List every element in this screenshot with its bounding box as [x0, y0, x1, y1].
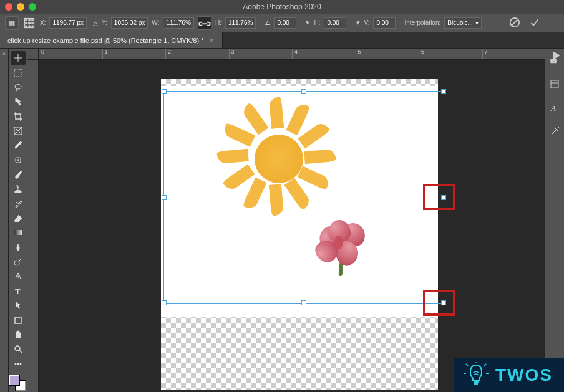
move-tool[interactable] [11, 51, 26, 65]
document-tab[interactable]: click up resize example file.psd @ 50% (… [0, 32, 223, 48]
close-window-button[interactable] [5, 3, 12, 11]
edit-toolbar-button[interactable] [11, 357, 26, 371]
panel-icon-swatches[interactable] [549, 126, 560, 138]
collapse-x-icon: « [0, 49, 8, 59]
dodge-tool[interactable] [11, 255, 26, 269]
brush-tool[interactable] [11, 168, 26, 181]
blur-tool[interactable] [11, 241, 26, 254]
svg-point-5 [28, 22, 31, 24]
svg-rect-19 [14, 230, 22, 235]
svg-point-6 [32, 22, 34, 24]
flower-pistil [334, 236, 343, 249]
h-skew-field[interactable]: 0.00 [324, 17, 346, 29]
angle-field[interactable]: 0.00 [274, 17, 296, 29]
type-tool[interactable]: T [11, 284, 26, 298]
svg-line-36 [466, 364, 468, 366]
annotation-highlight-box [423, 290, 455, 316]
svg-point-1 [26, 19, 27, 21]
quick-select-tool[interactable] [11, 95, 26, 108]
vertical-ruler[interactable] [27, 60, 39, 392]
svg-line-21 [19, 259, 21, 261]
document-tab-label: click up resize example file.psd @ 50% (… [7, 37, 203, 44]
color-swatches[interactable] [9, 375, 27, 392]
panel-icon-properties[interactable] [549, 79, 560, 91]
toolbox-collapse-strip[interactable]: « [0, 49, 9, 392]
flower-illustration [316, 220, 372, 276]
h-skew-label: H: [314, 19, 320, 26]
svg-point-24 [15, 346, 20, 351]
pen-tool[interactable] [11, 269, 26, 283]
marquee-tool[interactable] [11, 65, 26, 79]
close-tab-icon[interactable]: ✕ [208, 37, 215, 44]
transform-options-bar: ▦ X: 1196.77 px △ Y: 1036.32 px W: 111.7… [0, 14, 564, 32]
svg-point-8 [29, 25, 31, 27]
canvas-viewport[interactable]: 0 1 2 3 4 5 6 7 [27, 49, 545, 392]
artwork-white-bg [161, 86, 438, 317]
path-select-tool[interactable] [11, 299, 26, 312]
transform-handle-top-right[interactable] [441, 89, 446, 94]
zoom-tool[interactable] [11, 342, 26, 356]
svg-point-26 [15, 363, 17, 365]
crop-tool[interactable] [11, 109, 26, 123]
panel-icon-type[interactable]: A [549, 102, 560, 115]
svg-point-7 [26, 25, 27, 27]
svg-rect-33 [474, 381, 479, 383]
sun-illustration [223, 103, 329, 209]
svg-line-25 [19, 350, 22, 353]
reference-point-locator[interactable] [22, 16, 36, 30]
v-skew-label: V: [364, 19, 369, 26]
ruler-mark: 7 [482, 49, 546, 59]
shape-tool[interactable] [11, 313, 26, 327]
hand-tool[interactable] [11, 328, 26, 342]
reference-point-toggle[interactable]: ▦ [5, 16, 19, 30]
svg-rect-12 [14, 69, 22, 77]
window-controls [0, 3, 36, 11]
document-canvas[interactable] [161, 79, 438, 390]
svg-point-27 [17, 363, 19, 365]
ruler-mark: 0 [39, 49, 102, 59]
eraser-tool[interactable] [11, 211, 26, 225]
x-label: X: [40, 19, 46, 26]
horizontal-ruler[interactable]: 0 1 2 3 4 5 6 7 [39, 49, 545, 60]
ruler-mark: 3 [229, 49, 293, 59]
y-label: △ [93, 19, 98, 26]
w-label: W: [152, 19, 159, 26]
aspect-lock-button[interactable] [198, 16, 212, 30]
clone-stamp-tool[interactable] [11, 182, 26, 196]
ruler-mark: 4 [292, 49, 356, 59]
svg-text:T: T [15, 287, 21, 296]
watermark-badge: TWOS [454, 358, 564, 392]
lightbulb-icon [463, 362, 489, 388]
frame-tool[interactable] [11, 124, 26, 138]
interpolation-dropdown[interactable]: Bicubic...▾ [444, 17, 482, 29]
lasso-tool[interactable] [11, 80, 26, 94]
healing-brush-tool[interactable] [11, 153, 26, 167]
svg-line-11 [512, 19, 518, 25]
cancel-transform-button[interactable] [509, 17, 520, 29]
y-field[interactable]: 1036.32 px [111, 17, 148, 29]
v-skew-field[interactable]: 0.00 [373, 17, 396, 29]
svg-point-20 [14, 261, 19, 265]
commit-transform-button[interactable] [529, 17, 540, 29]
ruler-mark: 1 [102, 49, 166, 59]
w-field[interactable]: 111.76% [163, 17, 193, 29]
document-tab-bar: click up resize example file.psd @ 50% (… [0, 32, 564, 49]
history-brush-tool[interactable] [11, 197, 26, 211]
x-field[interactable]: 1196.77 px [49, 17, 87, 29]
app-title: Adobe Photoshop 2020 [243, 2, 321, 11]
svg-point-2 [29, 19, 31, 21]
collapsed-panels-strip: 85 A [545, 49, 564, 392]
maximize-window-button[interactable] [29, 3, 36, 11]
foreground-color-swatch[interactable] [9, 375, 19, 385]
ruler-origin[interactable] [27, 49, 39, 60]
h-field[interactable]: 111.76% [225, 17, 256, 29]
svg-text:A: A [550, 103, 556, 113]
play-slideshow-icon[interactable] [553, 51, 560, 60]
svg-line-37 [484, 364, 486, 366]
gradient-tool[interactable] [11, 226, 26, 239]
h-label: H: [215, 19, 221, 26]
svg-point-28 [20, 363, 22, 365]
eyedropper-tool[interactable] [11, 138, 26, 152]
minimize-window-button[interactable] [17, 3, 24, 11]
svg-point-9 [32, 25, 34, 27]
